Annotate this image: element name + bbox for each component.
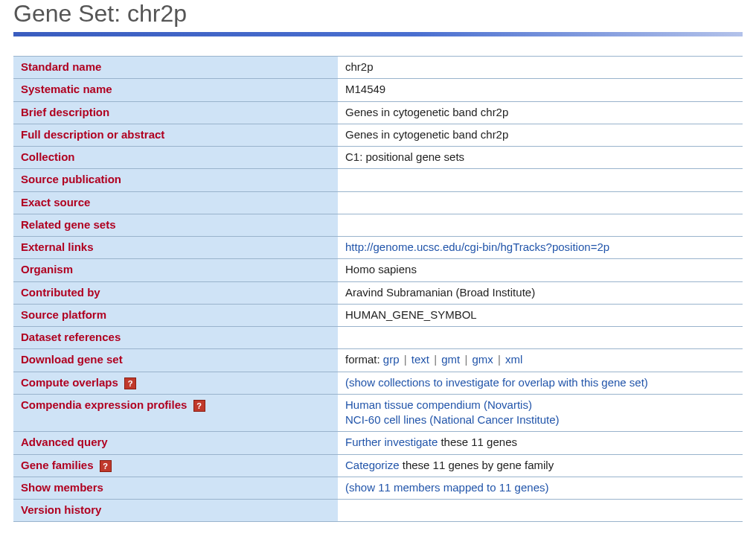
value-download-gene-set: format: grp | text | gmt | gmx | xml [338, 349, 743, 372]
label-show-members: Show members [13, 477, 338, 499]
download-link-gmx[interactable]: gmx [472, 353, 493, 366]
label-dataset-references: Dataset references [13, 327, 338, 349]
label-full-description: Full description or abstract [13, 124, 338, 146]
value-version-history [338, 500, 743, 522]
label-source-publication: Source publication [13, 169, 338, 191]
row-version-history: Version history [13, 500, 743, 522]
value-show-members: (show 11 members mapped to 11 genes) [338, 477, 743, 499]
page-title: Gene Set: chr2p [13, 0, 743, 28]
advanced-query-suffix: these 11 genes [438, 436, 517, 448]
value-source-publication [338, 169, 743, 191]
label-related-gene-sets: Related gene sets [13, 214, 338, 236]
row-compute-overlaps: Compute overlaps ? (show collections to … [13, 372, 743, 394]
value-advanced-query: Further investigate these 11 genes [338, 432, 743, 454]
row-external-links: External links http://genome.ucsc.edu/cg… [13, 237, 743, 259]
row-advanced-query: Advanced query Further investigate these… [13, 432, 743, 454]
row-brief-description: Brief description Genes in cytogenetic b… [13, 101, 743, 124]
help-icon[interactable]: ? [193, 400, 205, 412]
value-organism: Homo sapiens [338, 259, 743, 281]
value-contributed-by: Aravind Subramanian (Broad Institute) [338, 281, 743, 304]
label-compute-overlaps: Compute overlaps ? [13, 372, 338, 394]
row-exact-source: Exact source [13, 191, 743, 214]
row-source-publication: Source publication [13, 169, 743, 191]
row-systematic-name: Systematic name M14549 [13, 79, 743, 101]
value-compendia: Human tissue compendium (Novartis) NCI-6… [338, 394, 743, 432]
value-systematic-name: M14549 [338, 79, 743, 101]
label-external-links: External links [13, 237, 338, 259]
show-members-link[interactable]: (show 11 members mapped to 11 genes) [345, 481, 548, 494]
row-show-members: Show members (show 11 members mapped to … [13, 477, 743, 499]
row-gene-families: Gene families ? Categorize these 11 gene… [13, 454, 743, 477]
download-link-gmt[interactable]: gmt [441, 353, 460, 366]
label-version-history: Version history [13, 500, 338, 522]
value-full-description: Genes in cytogenetic band chr2p [338, 124, 743, 146]
row-source-platform: Source platform HUMAN_GENE_SYMBOL [13, 304, 743, 326]
download-link-xml[interactable]: xml [505, 353, 522, 366]
label-gene-families: Gene families ? [13, 454, 338, 477]
value-brief-description: Genes in cytogenetic band chr2p [338, 101, 743, 124]
geneset-table: Standard name chr2p Systematic name M145… [13, 56, 743, 522]
label-download-gene-set: Download gene set [13, 349, 338, 372]
row-standard-name: Standard name chr2p [13, 57, 743, 79]
row-organism: Organism Homo sapiens [13, 259, 743, 281]
title-prefix: Gene Set: [13, 0, 127, 27]
value-gene-families: Categorize these 11 genes by gene family [338, 454, 743, 477]
gene-families-suffix: these 11 genes by gene family [400, 459, 554, 471]
separator: | [493, 353, 505, 366]
label-collection: Collection [13, 147, 338, 169]
label-standard-name: Standard name [13, 57, 338, 79]
title-name: chr2p [127, 0, 187, 27]
row-full-description: Full description or abstract Genes in cy… [13, 124, 743, 146]
row-dataset-references: Dataset references [13, 327, 743, 349]
value-standard-name: chr2p [338, 57, 743, 79]
label-source-platform: Source platform [13, 304, 338, 326]
label-compute-overlaps-text: Compute overlaps [21, 376, 121, 389]
header-rule [13, 32, 743, 36]
value-source-platform: HUMAN_GENE_SYMBOL [338, 304, 743, 326]
value-dataset-references [338, 327, 743, 349]
value-collection: C1: positional gene sets [338, 147, 743, 169]
label-exact-source: Exact source [13, 191, 338, 214]
separator: | [429, 353, 441, 366]
compendia-link-2[interactable]: NCI-60 cell lines (National Cancer Insti… [345, 413, 560, 426]
download-prefix: format: [345, 353, 383, 366]
separator: | [460, 353, 472, 366]
value-compute-overlaps: (show collections to investigate for ove… [338, 372, 743, 394]
compute-overlaps-link[interactable]: (show collections to investigate for ove… [345, 376, 648, 389]
help-icon[interactable]: ? [100, 460, 112, 472]
download-link-grp[interactable]: grp [383, 353, 400, 366]
label-systematic-name: Systematic name [13, 79, 338, 101]
row-related-gene-sets: Related gene sets [13, 214, 743, 236]
row-collection: Collection C1: positional gene sets [13, 147, 743, 169]
download-link-text[interactable]: text [411, 353, 429, 366]
external-link[interactable]: http://genome.ucsc.edu/cgi-bin/hgTracks?… [345, 240, 609, 253]
value-external-links: http://genome.ucsc.edu/cgi-bin/hgTracks?… [338, 237, 743, 259]
row-download-gene-set: Download gene set format: grp | text | g… [13, 349, 743, 372]
help-icon[interactable]: ? [124, 377, 136, 389]
gene-families-link[interactable]: Categorize [345, 459, 400, 471]
row-compendia: Compendia expression profiles ? Human ti… [13, 394, 743, 432]
label-organism: Organism [13, 259, 338, 281]
label-contributed-by: Contributed by [13, 281, 338, 304]
advanced-query-link[interactable]: Further investigate [345, 436, 438, 448]
label-gene-families-text: Gene families [21, 459, 97, 471]
label-compendia-text: Compendia expression profiles [21, 398, 190, 411]
compendia-link-1[interactable]: Human tissue compendium (Novartis) [345, 398, 532, 411]
separator: | [400, 353, 411, 366]
label-brief-description: Brief description [13, 101, 338, 124]
value-related-gene-sets [338, 214, 743, 236]
label-advanced-query: Advanced query [13, 432, 338, 454]
value-exact-source [338, 191, 743, 214]
row-contributed-by: Contributed by Aravind Subramanian (Broa… [13, 281, 743, 304]
label-compendia: Compendia expression profiles ? [13, 394, 338, 432]
